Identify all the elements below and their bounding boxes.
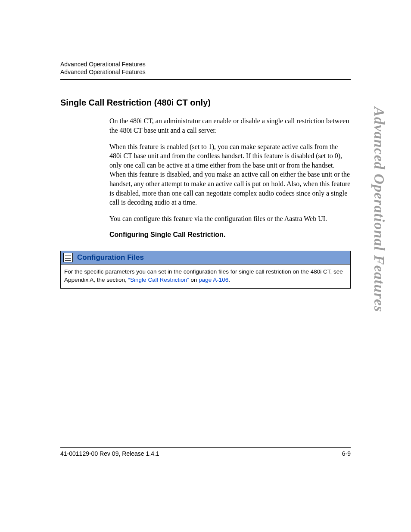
configuration-files-header: Configuration Files [61,251,350,264]
configuration-files-box: Configuration Files For the specific par… [60,251,351,288]
running-header-line1: Advanced Operational Features [60,60,351,68]
config-body-text-mid: on [189,277,199,283]
content-area: Advanced Operational Features Advanced O… [60,60,351,289]
footer-rule [60,447,351,448]
running-header: Advanced Operational Features Advanced O… [60,60,351,76]
cross-reference-link-page[interactable]: page A-106 [199,277,228,283]
paragraph-2: When this feature is enabled (set to 1),… [109,142,351,207]
page: Advanced Operational Features Advanced O… [0,0,411,532]
side-tab-label: Advanced Operational Features [371,107,387,312]
configuration-files-body: For the specific parameters you can set … [61,264,350,288]
paragraph-1: On the 480i CT, an administrator can ena… [109,116,351,135]
config-body-text-post: . [228,277,230,283]
document-icon [63,253,73,262]
section-title: Single Call Restriction (480i CT only) [60,98,351,108]
footer-left: 41-001129-00 Rev 09, Release 1.4.1 [60,450,159,457]
configuration-files-title: Configuration Files [77,253,144,262]
cross-reference-link-section[interactable]: “Single Call Restriction” [128,277,189,283]
running-header-line2: Advanced Operational Features [60,68,351,76]
subheading: Configuring Single Call Restriction. [109,231,351,239]
footer-page-number: 6-9 [342,450,351,457]
page-footer: 41-001129-00 Rev 09, Release 1.4.1 6-9 [60,447,351,457]
header-rule [60,79,351,80]
paragraph-3: You can configure this feature via the c… [109,214,351,224]
body-column: On the 480i CT, an administrator can ena… [109,116,351,239]
